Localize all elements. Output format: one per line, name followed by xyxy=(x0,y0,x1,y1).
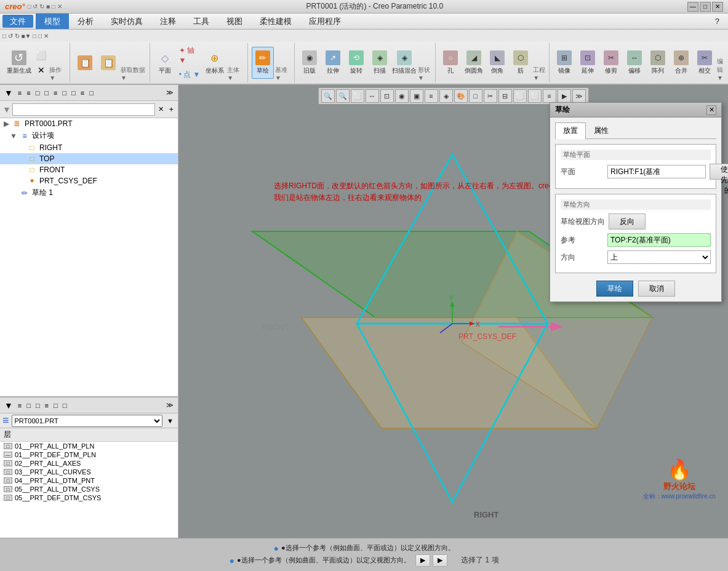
use-prev-button[interactable]: 使用先前的 xyxy=(710,164,728,180)
direction-select[interactable]: 上 下 左 右 xyxy=(607,250,711,264)
chamfer-button[interactable]: ◣ 倒角 xyxy=(486,47,508,79)
fillet-button[interactable]: ◢ 倒圆角 xyxy=(463,47,485,79)
layer-view-btn1[interactable]: ≡ xyxy=(16,400,23,411)
menu-item-annotation[interactable]: 注释 xyxy=(151,14,185,29)
menu-item-view[interactable]: 视图 xyxy=(218,14,251,29)
menu-item-tools[interactable]: 工具 xyxy=(185,14,218,29)
import-button[interactable]: 📋 xyxy=(97,47,119,79)
vp-more4[interactable]: ▶ xyxy=(558,89,571,103)
layer-view-btn3[interactable]: □ xyxy=(34,400,42,411)
plane-button[interactable]: ◇ 平面 xyxy=(154,47,176,79)
sketch-ok-button[interactable]: 草绘 xyxy=(596,281,633,297)
tree-view-btn8[interactable]: ≡ xyxy=(79,87,86,98)
tree-item-csys[interactable]: ✦ PRT_CSYS_DEF xyxy=(0,175,178,186)
copy-button[interactable]: ⬜ xyxy=(34,49,48,62)
rotate-button[interactable]: ⟲ 旋转 xyxy=(345,47,367,79)
close-button[interactable]: ✕ xyxy=(712,2,723,12)
vp-zoom-fit[interactable]: ⬜ xyxy=(351,89,364,103)
tree-view-btn5[interactable]: ≡ xyxy=(52,87,59,98)
vp-display2[interactable]: 🎨 xyxy=(454,89,468,103)
vp-more3[interactable]: ≡ xyxy=(543,89,556,103)
tree-item-design[interactable]: ▼ ≡ 设计项 xyxy=(0,129,178,142)
search-input[interactable] xyxy=(12,103,156,116)
layer-row-1[interactable]: □ 01__PRT_ALL_DTM_PLN xyxy=(0,442,178,450)
menu-item-simulation[interactable]: 实时仿真 xyxy=(102,14,151,29)
search-clear-btn[interactable]: ✕ xyxy=(156,103,166,115)
pattern-button[interactable]: ⬡ 阵列 xyxy=(647,47,669,79)
vp-pan[interactable]: ↔ xyxy=(366,89,379,103)
layer-view-btn2[interactable]: □ xyxy=(25,400,33,411)
menu-item-model[interactable]: 模型 xyxy=(36,14,69,29)
tree-more-btn[interactable]: ≫ xyxy=(164,87,175,98)
layer-row-4[interactable]: □ 03__PRT_ALL_CURVES xyxy=(0,468,178,476)
axis-button[interactable]: ✦ 轴 ▼ xyxy=(177,44,202,66)
vp-named-view[interactable]: ≡ xyxy=(425,89,438,103)
rib-button[interactable]: ⬡ 筋 xyxy=(510,47,532,79)
vp-more5[interactable]: ≫ xyxy=(572,89,586,103)
tree-item-sketch1[interactable]: ✏ 草绘 1 xyxy=(0,186,178,199)
vp-clipping[interactable]: ✂ xyxy=(484,89,497,103)
layer-view-btn6[interactable]: □ xyxy=(61,400,69,411)
menu-item-help[interactable]: ? xyxy=(706,14,728,29)
search-add-btn[interactable]: + xyxy=(167,103,175,116)
csys-button[interactable]: ⊕ 坐标系 xyxy=(204,47,226,79)
vp-refit[interactable]: ⊡ xyxy=(380,89,394,103)
vp-section[interactable]: ⊟ xyxy=(498,89,512,103)
model-selector[interactable]: PRT0001.PRT xyxy=(12,415,163,427)
tree-filter-icon[interactable]: ▼ xyxy=(2,86,15,100)
tree-view-btn1[interactable]: ≡ xyxy=(16,87,23,98)
plane-input[interactable] xyxy=(607,165,706,178)
intersect-button[interactable]: ✂ 相交 xyxy=(694,47,716,79)
vp-orient1[interactable]: ◉ xyxy=(395,89,409,103)
mirror-button[interactable]: ⊞ 镜像 xyxy=(553,47,575,79)
merge-button[interactable]: ⊕ 合并 xyxy=(670,47,692,79)
tree-view-btn3[interactable]: □ xyxy=(34,87,42,98)
tree-item-prt0001[interactable]: ▶ 🗎 PRT0001.PRT xyxy=(0,118,178,129)
layer-view-btn4[interactable]: ≡ xyxy=(43,400,50,411)
model-select-down[interactable]: ▼ xyxy=(165,415,175,426)
vp-orient2[interactable]: ▣ xyxy=(410,89,423,103)
minimize-button[interactable]: — xyxy=(687,2,698,12)
tree-view-btn6[interactable]: □ xyxy=(60,87,68,98)
delete-button[interactable]: ✕ xyxy=(34,63,48,77)
dialog-tab-placement[interactable]: 放置 xyxy=(555,122,586,139)
tree-view-btn4[interactable]: □ xyxy=(42,87,50,98)
layer-row-3[interactable]: □ 02__PRT_ALL_AXES xyxy=(0,459,178,468)
dialog-close-button[interactable]: ✕ xyxy=(706,105,716,115)
vp-more1[interactable]: ⬜ xyxy=(513,89,527,103)
menu-item-apps[interactable]: 应用程序 xyxy=(300,14,350,29)
extrude-button[interactable]: ↗ 拉伸 xyxy=(322,47,344,79)
sketch-cancel-button[interactable]: 取消 xyxy=(638,281,675,297)
paste-button[interactable]: 📋 xyxy=(74,47,96,79)
tree-view-btn9[interactable]: □ xyxy=(87,87,95,98)
reverse-button[interactable]: 反向 xyxy=(609,214,646,230)
dialog-tab-properties[interactable]: 属性 xyxy=(586,122,617,138)
vp-more2[interactable]: ⬜ xyxy=(528,89,542,103)
layer-row-5[interactable]: □ 04__PRT_ALL_DTM_PNT xyxy=(0,476,178,485)
layer-more-btn[interactable]: ≫ xyxy=(164,399,175,411)
layer-view-btn5[interactable]: □ xyxy=(52,400,60,411)
tree-item-top[interactable]: □ TOP xyxy=(0,153,178,164)
status-nav-btn2[interactable]: ▶ xyxy=(433,554,447,567)
trim-button[interactable]: ✂ 修剪 xyxy=(600,47,622,79)
vp-perspective[interactable]: □ xyxy=(469,89,482,103)
vp-zoom-in[interactable]: 🔍 xyxy=(321,89,335,103)
sketch-button[interactable]: ✏ 草绘 xyxy=(252,47,274,79)
extend-button[interactable]: ⊡ 延伸 xyxy=(577,47,599,79)
status-nav-btn1[interactable]: ▶ xyxy=(415,554,430,567)
tree-view-btn7[interactable]: □ xyxy=(70,87,78,98)
blend-button[interactable]: ◈ 扫描混合 xyxy=(392,47,417,79)
menu-item-flex[interactable]: 柔性建模 xyxy=(251,14,300,29)
sweep-button[interactable]: ◈ 扫描 xyxy=(369,47,391,79)
layer-row-2[interactable]: — 01__PRT_DEF_DTM_PLN xyxy=(0,450,178,459)
regenerate-button[interactable]: ↺ 重新生成 xyxy=(5,47,33,79)
reference-input[interactable] xyxy=(607,233,711,247)
layer-row-7[interactable]: □ 05__PRT_DEF_DTM_CSYS xyxy=(0,493,178,502)
vp-zoom-out[interactable]: 🔍 xyxy=(336,89,350,103)
tree-item-right[interactable]: □ RIGHT xyxy=(0,142,178,153)
legacy-button[interactable]: ◉ 旧版 xyxy=(298,47,321,79)
layer-row-6[interactable]: □ 05__PRT_ALL_DTM_CSYS xyxy=(0,485,178,493)
maximize-button[interactable]: □ xyxy=(700,2,711,12)
layer-filter-btn[interactable]: ▼ xyxy=(2,399,15,412)
hole-button[interactable]: ○ 孔 xyxy=(439,47,462,79)
